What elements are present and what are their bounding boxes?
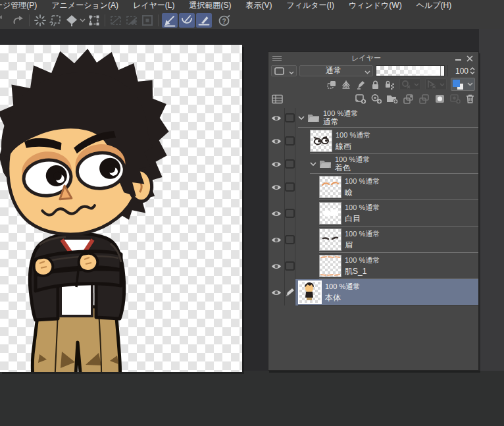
layer-checkbox[interactable] (285, 108, 295, 128)
new-raster-layer-icon[interactable] (355, 93, 366, 104)
layer-row-folder-tsujo[interactable]: 100 %通常 通常 (268, 108, 478, 128)
layer-row-main[interactable]: 100 %通常 線画 (295, 128, 478, 154)
menu-item-view[interactable]: 表示(V) (238, 0, 279, 11)
eye-icon (271, 161, 282, 168)
layer-thumbnail[interactable] (310, 130, 332, 152)
layer-opacity-label: 100 %通常 (345, 203, 380, 212)
fill-icon[interactable] (64, 13, 80, 28)
layer-row-senga[interactable]: 100 %通常 線画 (268, 128, 478, 154)
spin-up-icon[interactable] (470, 67, 475, 70)
layer-name[interactable]: 肌S_1 (345, 267, 380, 276)
menu-item-window[interactable]: ウィンドウ(W) (341, 0, 409, 11)
layer-row-main[interactable]: 100 %通常 着色 (295, 154, 478, 174)
snap-to-grid-icon[interactable] (196, 13, 212, 28)
lock-layer-icon[interactable] (370, 80, 380, 90)
layer-visibility-toggle[interactable] (268, 226, 285, 253)
panel-minimize-button[interactable] (453, 54, 463, 62)
crop-icon[interactable] (86, 13, 102, 28)
layer-name[interactable]: 着色 (335, 164, 370, 173)
layer-row-shirome[interactable]: 100 %通常 白目 (268, 200, 478, 226)
layer-row-main[interactable]: 100 %通常 眉 (295, 226, 478, 253)
layer-name[interactable]: 本体 (325, 294, 360, 302)
layer-visibility-toggle[interactable] (268, 174, 285, 200)
layer-name[interactable]: 白目 (345, 215, 380, 223)
merge-with-below-icon[interactable] (418, 93, 430, 104)
rotate-reset-icon[interactable] (32, 13, 48, 28)
redo-icon[interactable] (11, 13, 26, 28)
layer-visibility-toggle[interactable] (268, 253, 285, 279)
layer-editing-indicator (285, 279, 295, 306)
layer-color-dropdown[interactable] (451, 78, 475, 91)
palette-display-icon[interactable] (272, 94, 283, 104)
fill-dropdown-chevron[interactable] (80, 13, 86, 28)
create-layer-mask-icon[interactable] (434, 93, 445, 104)
layer-checkbox[interactable] (285, 174, 295, 200)
layer-row-mabuta[interactable]: 100 %通常 瞼 (268, 174, 478, 200)
delete-layer-icon[interactable] (465, 93, 475, 104)
lock-transparent-pixels-icon[interactable] (384, 80, 395, 90)
layer-thumbnail[interactable] (298, 280, 322, 304)
layer-row-main-selected[interactable]: 100 %通常 本体 (295, 279, 478, 306)
panel-close-button[interactable] (465, 54, 474, 62)
layer-checkbox[interactable] (285, 200, 295, 226)
menu-item-selection[interactable]: 選択範囲(S) (182, 0, 238, 11)
layer-row-main[interactable]: 100 %通常 肌S_1 (295, 253, 478, 279)
layer-thumbnail[interactable] (319, 228, 341, 251)
layer-checkbox[interactable] (285, 128, 295, 154)
snap-to-ruler-icon[interactable] (162, 13, 178, 28)
layer-checkbox[interactable] (285, 253, 295, 279)
opacity-spinner[interactable] (470, 67, 475, 74)
expand-chevron-icon[interactable] (310, 162, 316, 166)
layer-row-main[interactable]: 100 %通常 白目 (295, 200, 478, 226)
panel-menu-icon[interactable] (272, 56, 282, 61)
layer-visibility-toggle[interactable] (268, 108, 285, 128)
layer-row-folder-chakushoku[interactable]: 100 %通常 着色 (268, 154, 478, 174)
menu-item-filter[interactable]: フィルター(I) (279, 0, 341, 11)
draft-layer-icon[interactable] (355, 80, 366, 90)
opacity-slider[interactable] (376, 65, 445, 76)
layer-name[interactable]: 線画 (336, 142, 370, 151)
layer-row-mayu[interactable]: 100 %通常 眉 (268, 226, 478, 253)
layers-panel-titlebar[interactable]: レイヤー (268, 52, 478, 64)
layer-visibility-toggle[interactable] (268, 128, 285, 154)
opacity-value-box[interactable]: 100 (447, 65, 476, 76)
layer-name[interactable]: 眉 (345, 241, 380, 250)
menu-item-layer[interactable]: レイヤー(L) (126, 0, 182, 11)
layer-opacity-label: 100 %通常 (325, 282, 360, 291)
expand-chevron-icon[interactable] (298, 116, 305, 120)
layer-row-hontai[interactable]: 100 %通常 本体 (268, 279, 478, 306)
undo-icon[interactable] (0, 13, 11, 28)
spin-down-icon[interactable] (470, 71, 475, 74)
transfer-to-below-icon[interactable] (403, 93, 415, 104)
canvas[interactable] (0, 45, 242, 372)
layer-visibility-toggle[interactable] (268, 154, 285, 174)
menu-item-help[interactable]: ヘルプ(H) (409, 0, 459, 11)
deselect-icon[interactable] (48, 13, 64, 28)
new-layer-folder-icon[interactable] (386, 93, 399, 104)
checkbox-icon (285, 182, 295, 192)
layer-thumbnail[interactable] (319, 255, 341, 277)
layer-visibility-toggle[interactable] (268, 279, 285, 306)
palette-dock-background (479, 29, 504, 371)
opacity-slider-handle[interactable] (440, 66, 443, 76)
layer-checkbox[interactable] (285, 226, 295, 253)
layer-name[interactable]: 通常 (323, 118, 358, 126)
layer-row-main[interactable]: 100 %通常 通常 (295, 108, 478, 128)
snap-to-special-ruler-icon[interactable] (179, 13, 195, 28)
layer-visibility-toggle[interactable] (268, 200, 285, 226)
layer-row-hada-s1[interactable]: 100 %通常 肌S_1 (268, 253, 478, 279)
blend-mode-dropdown[interactable]: 通常 (299, 65, 373, 76)
menu-item-animation[interactable]: アニメーション(A) (44, 0, 126, 11)
layer-name[interactable]: 瞼 (345, 188, 380, 197)
mask-disabled-icon (401, 80, 411, 89)
new-vector-layer-icon[interactable] (370, 93, 382, 104)
menu-item-page-management[interactable]: ージ管理(P) (0, 0, 44, 11)
help-icon[interactable]: ? (216, 13, 232, 28)
layer-thumbnail[interactable] (319, 202, 341, 225)
palette-color-dropdown[interactable] (271, 65, 297, 76)
layer-thumbnail[interactable] (319, 176, 341, 198)
layer-row-main[interactable]: 100 %通常 瞼 (295, 174, 478, 200)
layer-checkbox[interactable] (285, 154, 295, 174)
clip-to-layer-below-icon[interactable] (326, 80, 337, 90)
reference-layer-icon[interactable] (341, 80, 351, 90)
